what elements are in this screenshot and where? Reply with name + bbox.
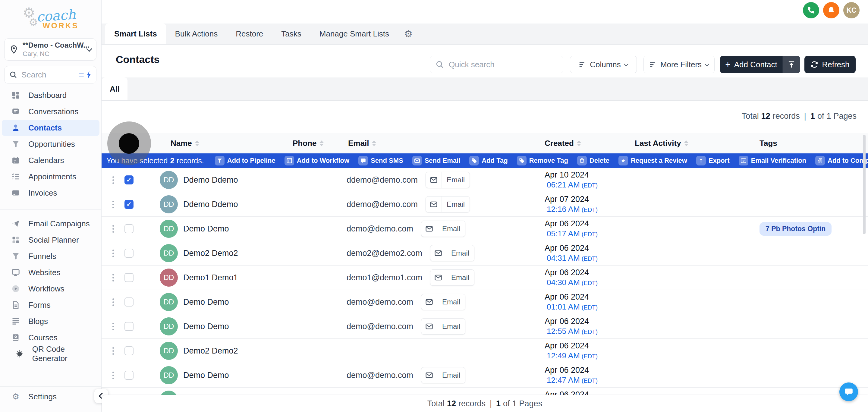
contact-name[interactable]: Demo1 Demo1 xyxy=(183,273,238,282)
contact-name[interactable]: Demo Demo xyxy=(183,224,229,233)
bulk-action-request-a-review[interactable]: ★Request a Review xyxy=(618,156,687,165)
sidebar-item-dashboard[interactable]: Dashboard xyxy=(2,87,99,103)
row-checkbox[interactable] xyxy=(124,273,133,282)
contact-name[interactable]: Ddemo Ddemo xyxy=(183,200,238,209)
bulk-action-email-verification[interactable]: Email Verification xyxy=(739,156,806,165)
row-menu-kebab[interactable] xyxy=(110,372,116,379)
bulk-action-export[interactable]: Export xyxy=(696,156,730,165)
sidebar-item-social-planner[interactable]: Social Planner xyxy=(2,232,99,248)
row-checkbox[interactable] xyxy=(124,297,133,307)
created-time[interactable]: 12:16 AM(EDT) xyxy=(545,204,624,214)
phone-dialer-button[interactable] xyxy=(803,2,819,19)
bulk-action-add-to-company[interactable]: Add to Company xyxy=(815,156,868,165)
sidebar-search-input[interactable] xyxy=(21,70,75,80)
add-contact-button[interactable]: + Add Contact xyxy=(720,56,782,73)
row-checkbox[interactable] xyxy=(124,346,133,355)
bulk-action-add-tag[interactable]: Add Tag xyxy=(469,156,507,165)
contact-name[interactable]: Demo2 Demo2 xyxy=(183,249,238,258)
quick-search[interactable] xyxy=(430,56,563,73)
row-checkbox[interactable] xyxy=(124,322,133,331)
quick-search-input[interactable] xyxy=(448,60,558,70)
row-checkbox[interactable]: ✓ xyxy=(124,200,133,209)
sidebar-search[interactable] xyxy=(4,66,96,84)
tab-manage-smart-lists[interactable]: Manage Smart Lists xyxy=(310,24,398,44)
row-menu-kebab[interactable] xyxy=(110,176,116,184)
sidebar-item-appointments[interactable]: Appointments xyxy=(2,168,99,185)
columns-button[interactable]: Columns xyxy=(570,56,637,73)
row-menu-kebab[interactable] xyxy=(110,250,116,257)
sidebar-item-email-campaigns[interactable]: Email Campaigns xyxy=(2,216,99,232)
bulk-action-send-email[interactable]: Send Email xyxy=(412,156,461,165)
tab-restore[interactable]: Restore xyxy=(227,24,272,44)
import-contacts-button[interactable] xyxy=(782,56,800,73)
subtab-all[interactable]: All xyxy=(102,77,127,100)
row-checkbox[interactable] xyxy=(124,371,133,380)
sidebar-item-qr-code-generator[interactable]: QR Code Generator xyxy=(2,346,99,362)
row-menu-kebab[interactable] xyxy=(110,225,116,233)
sidebar-item-websites[interactable]: Websites xyxy=(2,264,99,281)
row-menu-kebab[interactable] xyxy=(110,201,116,208)
row-checkbox[interactable] xyxy=(124,249,133,258)
send-email-button[interactable]: Email xyxy=(430,245,474,261)
bulk-action-remove-tag[interactable]: Remove Tag xyxy=(517,156,568,165)
sidebar-item-settings[interactable]: ⚙ Settings xyxy=(2,388,99,405)
bulk-action-send-sms[interactable]: Send SMS xyxy=(358,156,403,165)
row-menu-kebab[interactable] xyxy=(110,274,116,282)
sidebar-item-conversations[interactable]: Conversations xyxy=(2,103,99,120)
created-time[interactable]: 01:01 AM(EDT) xyxy=(545,302,624,312)
sidebar-item-courses[interactable]: Courses xyxy=(2,329,99,346)
refresh-button[interactable]: Refresh xyxy=(804,56,856,73)
user-avatar[interactable]: KC xyxy=(843,2,860,19)
created-time[interactable]: 12:47 AM(EDT) xyxy=(545,376,624,385)
row-menu-kebab[interactable] xyxy=(110,347,116,355)
tab-tasks[interactable]: Tasks xyxy=(272,24,310,44)
tag-badge[interactable]: 7 Pb Photos Optin xyxy=(760,222,832,236)
contact-name[interactable]: Demo Demo xyxy=(183,371,229,380)
send-email-button[interactable]: Email xyxy=(426,196,470,213)
sidebar-item-workflows[interactable]: Workflows xyxy=(2,281,99,297)
bulk-action-add-to-workflow[interactable]: Add to Workflow xyxy=(284,156,349,165)
bulk-action-add-to-pipeline[interactable]: Add to Pipeline xyxy=(215,156,276,165)
created-time[interactable]: 12:49 AM(EDT) xyxy=(545,351,624,360)
send-email-button[interactable]: Email xyxy=(421,367,465,383)
row-checkbox[interactable] xyxy=(124,224,133,233)
location-switcher[interactable]: **Demo - CoachW... Cary, NC xyxy=(4,38,96,61)
contact-name[interactable]: Demo2 Demo2 xyxy=(183,346,238,356)
created-time[interactable]: 04:30 AM(EDT) xyxy=(545,278,624,287)
row-menu-kebab[interactable] xyxy=(110,298,116,306)
created-time[interactable]: 06:21 AM(EDT) xyxy=(545,180,624,190)
created-time[interactable]: 12:55 AM(EDT) xyxy=(545,327,624,336)
scrollbar-thumb[interactable] xyxy=(863,135,866,234)
send-email-button[interactable]: Email xyxy=(421,221,465,237)
sort-icon[interactable] xyxy=(372,140,376,146)
row-checkbox[interactable]: ✓ xyxy=(124,176,133,185)
sort-icon[interactable] xyxy=(684,140,688,146)
sidebar-item-contacts[interactable]: Contacts xyxy=(2,120,99,136)
contact-name[interactable]: Demo Demo xyxy=(183,322,229,331)
sidebar-item-calendars[interactable]: Calendars xyxy=(2,152,99,168)
tab-settings-gear[interactable]: ⚙ xyxy=(398,24,418,44)
sidebar-item-opportunities[interactable]: Opportunities xyxy=(2,136,99,152)
row-menu-kebab[interactable] xyxy=(110,323,116,330)
select-all-checkbox[interactable] xyxy=(125,139,134,148)
sidebar-item-blogs[interactable]: Blogs xyxy=(2,313,99,329)
send-email-button[interactable]: Email xyxy=(421,318,465,335)
tab-bulk-actions[interactable]: Bulk Actions xyxy=(166,24,227,44)
contact-name[interactable]: Ddemo Ddemo xyxy=(183,176,238,185)
send-email-button[interactable]: Email xyxy=(430,270,474,286)
sort-icon[interactable] xyxy=(195,140,199,146)
more-filters-button[interactable]: More Filters xyxy=(644,56,715,73)
send-email-button[interactable]: Email xyxy=(426,172,470,188)
sidebar-item-funnels[interactable]: Funnels xyxy=(2,248,99,264)
sort-icon[interactable] xyxy=(319,140,324,146)
notifications-button[interactable] xyxy=(823,2,839,19)
tab-smart-lists[interactable]: Smart Lists xyxy=(105,24,166,44)
send-email-button[interactable]: Email xyxy=(421,294,465,310)
chat-widget-button[interactable] xyxy=(839,382,858,401)
created-time[interactable]: 04:31 AM(EDT) xyxy=(545,253,624,263)
sort-icon[interactable] xyxy=(577,140,581,146)
sidebar-item-invoices[interactable]: Invoices xyxy=(2,185,99,201)
created-time[interactable]: 05:17 AM(EDT) xyxy=(545,229,624,239)
sidebar-item-forms[interactable]: Forms xyxy=(2,297,99,313)
bulk-action-delete[interactable]: Delete xyxy=(577,156,610,165)
